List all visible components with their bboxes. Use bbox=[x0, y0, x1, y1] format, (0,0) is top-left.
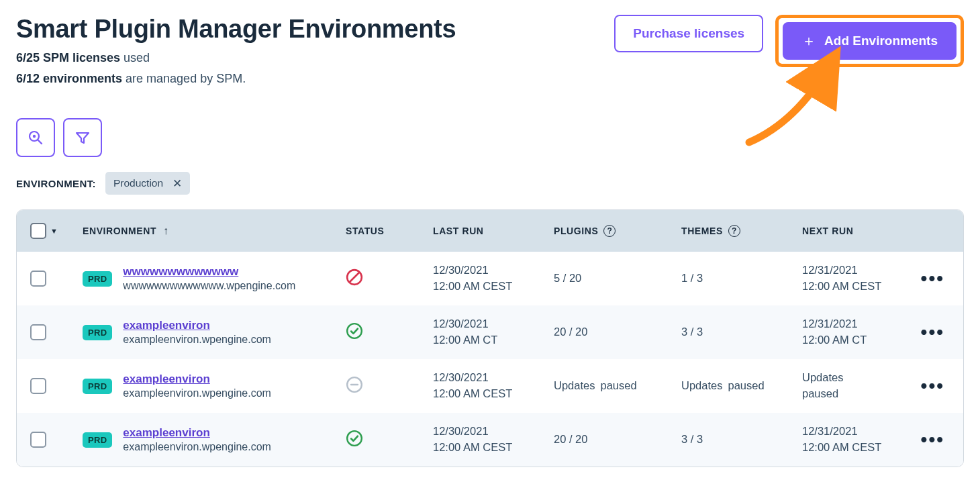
environments-rest: are managed by SPM. bbox=[122, 72, 246, 85]
environment-domain: exampleenviron.wpengine.com bbox=[123, 334, 271, 346]
page-title: Smart Plugin Manager Environments bbox=[16, 15, 456, 44]
env-type-badge: PRD bbox=[83, 379, 112, 394]
licenses-rest: used bbox=[120, 51, 150, 64]
column-themes[interactable]: THEMES ? bbox=[681, 225, 802, 237]
column-themes-label: THEMES bbox=[681, 226, 723, 236]
svg-line-2 bbox=[38, 140, 42, 144]
environment-domain: exampleenviron.wpengine.com bbox=[123, 441, 271, 453]
svg-line-4 bbox=[350, 273, 359, 282]
column-plugins-label: PLUGINS bbox=[554, 226, 598, 236]
env-type-badge: PRD bbox=[83, 432, 112, 448]
row-checkbox[interactable] bbox=[30, 432, 46, 448]
add-environments-highlight: ＋ Add Environments bbox=[775, 15, 964, 67]
licenses-summary: 6/25 SPM licenses used bbox=[16, 48, 456, 68]
themes-count: 3 / 3 bbox=[681, 432, 802, 448]
next-run: 12/31/202112:00 AM CEST bbox=[802, 424, 916, 456]
environment-domain: wwwwwwwwwwwww.wpengine.com bbox=[123, 280, 295, 292]
environments-count: 6/12 environments bbox=[16, 72, 122, 85]
plugins-count: 20 / 20 bbox=[554, 324, 681, 340]
plugins-count: 5 / 20 bbox=[554, 271, 681, 287]
environment-link[interactable]: wwwwwwwwwwwww bbox=[123, 265, 295, 279]
column-last-run[interactable]: LAST RUN bbox=[433, 226, 554, 236]
add-environments-button[interactable]: ＋ Add Environments bbox=[783, 22, 957, 60]
filter-button[interactable] bbox=[63, 118, 102, 157]
themes-count: 1 / 3 bbox=[681, 271, 802, 287]
last-run: 12/30/202112:00 AM CEST bbox=[433, 370, 554, 402]
row-checkbox[interactable] bbox=[30, 378, 46, 394]
themes-count: Updatespaused bbox=[681, 378, 802, 394]
table-row: PRD exampleenviron exampleenviron.wpengi… bbox=[17, 413, 963, 467]
column-status[interactable]: STATUS bbox=[346, 226, 433, 236]
next-run: Updatespaused bbox=[802, 370, 916, 402]
table-row: PRD wwwwwwwwwwwww wwwwwwwwwwwww.wpengine… bbox=[17, 252, 963, 305]
last-run: 12/30/202112:00 AM CEST bbox=[433, 262, 554, 295]
filter-label: ENVIRONMENT: bbox=[16, 178, 96, 189]
table-header: ▼ ENVIRONMENT ↑ STATUS LAST RUN PLUGINS … bbox=[17, 210, 963, 252]
column-environment[interactable]: ENVIRONMENT ↑ bbox=[77, 225, 346, 237]
status-ok-icon bbox=[346, 430, 363, 447]
help-icon[interactable]: ? bbox=[728, 225, 740, 237]
status-blocked-icon bbox=[346, 269, 363, 286]
table-row: PRD exampleenviron exampleenviron.wpengi… bbox=[17, 359, 963, 413]
purchase-licenses-button[interactable]: Purchase licenses bbox=[614, 15, 763, 52]
column-next-run[interactable]: NEXT RUN bbox=[802, 226, 916, 236]
environment-link[interactable]: exampleenviron bbox=[123, 373, 271, 386]
themes-count: 3 / 3 bbox=[681, 324, 802, 340]
search-button[interactable] bbox=[16, 118, 55, 157]
help-icon[interactable]: ? bbox=[603, 225, 616, 237]
svg-point-8 bbox=[347, 431, 362, 446]
plugins-count: 20 / 20 bbox=[554, 432, 681, 448]
last-run: 12/30/202112:00 AM CEST bbox=[433, 424, 554, 456]
environment-link[interactable]: exampleenviron bbox=[123, 319, 271, 332]
env-type-badge: PRD bbox=[83, 271, 112, 287]
environments-summary: 6/12 environments are managed by SPM. bbox=[16, 68, 456, 89]
status-paused-icon bbox=[346, 376, 363, 393]
filter-chip-production[interactable]: Production ✕ bbox=[105, 172, 190, 195]
column-environment-label: ENVIRONMENT bbox=[83, 226, 156, 236]
sort-asc-icon: ↑ bbox=[163, 225, 169, 237]
environments-table: ▼ ENVIRONMENT ↑ STATUS LAST RUN PLUGINS … bbox=[16, 209, 964, 467]
next-run: 12/31/202112:00 AM CT bbox=[802, 316, 916, 348]
row-checkbox[interactable] bbox=[30, 271, 46, 287]
close-icon[interactable]: ✕ bbox=[173, 177, 182, 191]
last-run: 12/30/202112:00 AM CT bbox=[433, 316, 554, 348]
svg-point-5 bbox=[347, 324, 362, 338]
column-plugins[interactable]: PLUGINS ? bbox=[554, 225, 681, 237]
environment-link[interactable]: exampleenviron bbox=[123, 426, 271, 440]
environment-domain: exampleenviron.wpengine.com bbox=[123, 387, 271, 399]
select-all-checkbox[interactable] bbox=[30, 223, 46, 239]
search-icon bbox=[28, 130, 44, 146]
caret-down-icon[interactable]: ▼ bbox=[50, 227, 58, 235]
status-ok-icon bbox=[346, 322, 363, 340]
plugins-count: Updatespaused bbox=[554, 378, 681, 394]
table-row: PRD exampleenviron exampleenviron.wpengi… bbox=[17, 305, 963, 359]
next-run: 12/31/202112:00 AM CEST bbox=[802, 262, 916, 295]
row-checkbox[interactable] bbox=[30, 324, 46, 340]
licenses-count: 6/25 SPM licenses bbox=[16, 51, 120, 64]
filter-chip-text: Production bbox=[113, 177, 163, 189]
add-environments-label: Add Environments bbox=[824, 34, 938, 48]
env-type-badge: PRD bbox=[83, 325, 112, 340]
filter-icon bbox=[75, 130, 91, 146]
svg-point-1 bbox=[33, 135, 36, 138]
